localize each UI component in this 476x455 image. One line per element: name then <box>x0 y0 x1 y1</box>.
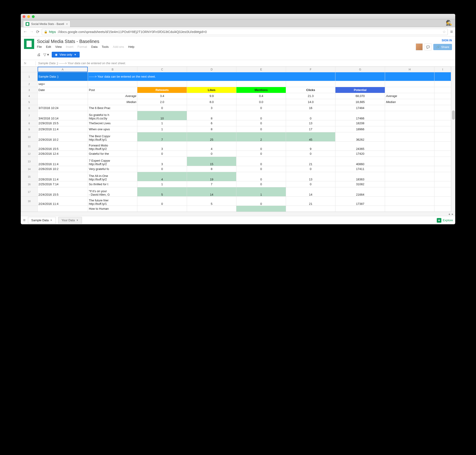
avg-label[interactable]: Average <box>88 93 137 99</box>
hdr-date[interactable]: Date <box>37 87 88 93</box>
col-header-b[interactable]: B <box>88 67 137 72</box>
user-avatar[interactable] <box>416 43 423 50</box>
col-header-f[interactable]: F <box>286 67 335 72</box>
sheet-tab-other[interactable]: Your Data ▼ <box>58 217 82 224</box>
col-header-c[interactable]: C <box>137 67 187 72</box>
reload-button[interactable]: ⟳ <box>36 29 40 34</box>
sheet-tab-label: Sample Data <box>32 219 49 222</box>
formula-bar[interactable]: fx Sample Data :) ------> Your data can … <box>21 60 455 66</box>
chat-icon[interactable]: 💬 <box>425 43 431 50</box>
menu-data[interactable]: Data <box>91 45 97 49</box>
table-row[interactable]: 92/29/2016 11:4When one upvo1801718966 <box>21 126 451 132</box>
column-headers[interactable]: A B C D E F G H I <box>21 67 451 72</box>
table-row[interactable]: 112/26/2016 15:5Forward Motiohttp://buff… <box>21 142 451 151</box>
med-label[interactable]: Median <box>88 99 137 105</box>
horizontal-scrollbar[interactable]: ◄► <box>21 212 455 216</box>
print-icon[interactable]: 🖨 <box>37 53 41 57</box>
browser-menu-icon[interactable]: ≡ <box>450 29 453 34</box>
menu-tools[interactable]: Tools <box>102 45 109 49</box>
table-row[interactable]: 162/25/2016 7:14So thrilled for t1700310… <box>21 181 451 187</box>
cell-a1[interactable]: Sample Data :) <box>37 72 88 81</box>
scroll-left-icon[interactable]: ◄ <box>448 213 450 215</box>
col-header-e[interactable]: E <box>236 67 286 72</box>
table-row[interactable]: 172/24/2016 15:5“If it’s on your - David… <box>21 187 451 196</box>
hdr-likes[interactable]: Likes <box>187 87 236 93</box>
browser-window: Social Media Stats - Baseli × 🕵 ← → ⟳ 🔒 … <box>21 14 455 224</box>
close-window-button[interactable] <box>23 15 25 18</box>
spreadsheet-grid[interactable]: A B C D E F G H I 1 Sample Data :) -----… <box>21 66 455 212</box>
view-only-label: View only <box>59 53 72 56</box>
hdr-potential[interactable]: Potential <box>335 87 385 93</box>
menu-insert: Insert <box>66 45 73 49</box>
row-1[interactable]: 1 Sample Data :) ------> Your data can b… <box>21 72 451 81</box>
address-bar[interactable]: 🔒 https://docs.google.com/spreadsheets/d… <box>42 29 448 35</box>
row-3[interactable]: 3 Date Post Retweets Likes Mentions Clic… <box>21 87 451 93</box>
row-5[interactable]: 5 Median 2.0 8.0 0.0 14.0 18,665 Median <box>21 99 451 105</box>
menu-edit[interactable]: Edit <box>46 45 51 49</box>
maximize-window-button[interactable] <box>32 15 35 18</box>
toolbar: 🖨 ▽ ▾ ◉ View only ▼ <box>21 50 455 60</box>
scrollbar-thumb[interactable] <box>452 110 455 120</box>
macos-titlebar <box>21 14 455 19</box>
hdr-clicks[interactable]: Clicks <box>286 87 335 93</box>
sheet-tab-bar: ≡ Sample Data ▼ Your Data ▼ ✦ Explore <box>21 216 455 224</box>
lock-icon: 🔒 <box>44 30 48 33</box>
table-row[interactable]: 102/29/2016 10:2The Best Copyvhttp://buf… <box>21 132 451 142</box>
browser-tabstrip: Social Media Stats - Baseli × 🕵 <box>21 19 455 27</box>
fx-content: Sample Data :) ------> Your data can be … <box>38 61 126 65</box>
row-header[interactable]: 1 <box>21 72 38 81</box>
menu-file[interactable]: File <box>37 45 42 49</box>
sign-in-link[interactable]: SIGN IN <box>416 39 452 42</box>
col-header-d[interactable]: D <box>187 67 236 72</box>
sheet-tab-active[interactable]: Sample Data ▼ <box>28 217 56 224</box>
col-header-g[interactable]: G <box>335 67 385 72</box>
bookmark-icon[interactable]: ☆ <box>443 30 446 34</box>
back-button[interactable]: ← <box>23 29 27 34</box>
menu-format: Format <box>78 45 87 49</box>
row-4[interactable]: 4 Average 3.4 9.9 0.4 21.3 68,070 Averag… <box>21 93 451 99</box>
hdr-mentions[interactable]: Mentions <box>236 87 286 93</box>
table-row[interactable]: 142/26/2016 10:2Very grateful fo08001741… <box>21 166 451 172</box>
browser-tab[interactable]: Social Media Stats - Baseli × <box>23 21 71 27</box>
hdr-post[interactable]: Post <box>88 87 137 93</box>
table-row[interactable]: 73/4/2016 10:14So grateful to hhttps://t… <box>21 111 451 120</box>
menu-help[interactable]: Help <box>128 45 134 49</box>
share-button[interactable]: 🔗 Share <box>433 44 452 50</box>
table-row[interactable]: 132/26/2016 11:47 Expert Copywhttp://buf… <box>21 157 451 166</box>
table-row[interactable]: 63/7/2016 10:24The 6 Best Prac0301617484 <box>21 105 451 111</box>
col-header-h[interactable]: H <box>385 67 435 72</box>
menu-view[interactable]: View <box>55 45 62 49</box>
sheets-logo-icon[interactable] <box>24 39 34 49</box>
cell-a2[interactable]: sep= <box>37 81 88 87</box>
share-icon: 🔗 <box>436 45 440 49</box>
view-only-button[interactable]: ◉ View only ▼ <box>52 52 79 57</box>
table-row[interactable]: 182/24/2016 11:4The future frierhttp://b… <box>21 196 451 206</box>
scroll-right-icon[interactable]: ► <box>451 213 454 215</box>
explore-label: Explore <box>443 219 453 222</box>
col-header-a[interactable]: A <box>37 67 88 72</box>
share-label: Share <box>441 45 449 49</box>
close-tab-icon[interactable]: × <box>66 22 68 26</box>
hdr-retweets[interactable]: Retweets <box>137 87 187 93</box>
explore-button[interactable]: ✦ Explore <box>437 218 453 223</box>
cell-b1[interactable]: ------> Your data can be entered on the … <box>88 72 335 81</box>
table-row[interactable]: 122/26/2016 12:4Grateful for the00001742… <box>21 151 451 157</box>
col-header-i[interactable]: I <box>435 67 451 72</box>
dropdown-icon[interactable]: ▼ <box>50 219 52 221</box>
vertical-scrollbar[interactable] <box>451 66 455 212</box>
dropdown-icon[interactable]: ▼ <box>76 219 79 221</box>
doc-header: Social Media Stats - Baselines File Edit… <box>21 36 455 50</box>
forward-button[interactable]: → <box>30 29 34 34</box>
tab-title: Social Media Stats - Baseli <box>31 22 64 26</box>
table-row[interactable]: How to Human <box>21 206 451 212</box>
table-row[interactable]: 152/26/2016 11:4The All-in-One http://bu… <box>21 172 451 181</box>
document-title[interactable]: Social Media Stats - Baselines <box>37 39 416 44</box>
url-rest: ://docs.google.com/spreadsheets/d/15e4m1… <box>57 30 206 34</box>
row-2[interactable]: 2 sep= <box>21 81 451 87</box>
minimize-window-button[interactable] <box>27 15 30 18</box>
filter-icon[interactable]: ▽ ▾ <box>43 52 49 57</box>
url-scheme: https <box>49 30 56 34</box>
table-row[interactable]: 82/29/2016 15:5TheSecret Lives1601318208 <box>21 120 451 126</box>
all-sheets-icon[interactable]: ≡ <box>23 218 26 223</box>
menu-bar: File Edit View Insert Format Data Tools … <box>37 45 416 49</box>
